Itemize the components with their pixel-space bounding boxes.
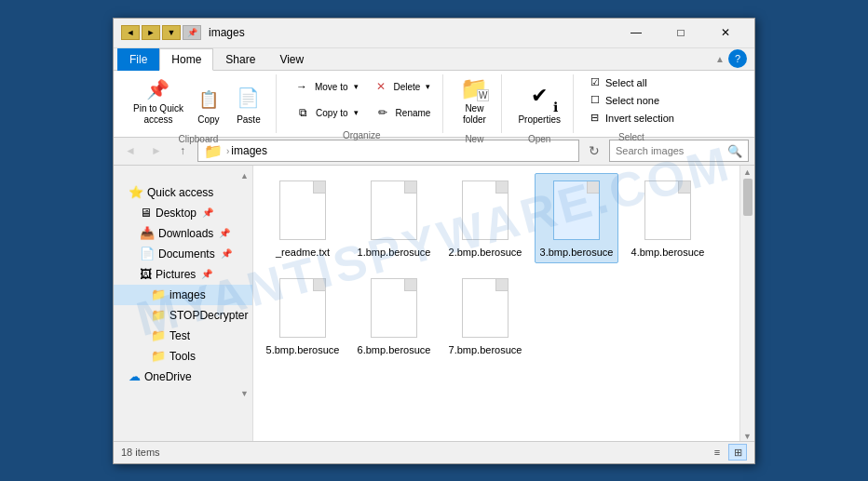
recent-icon[interactable]: ▼ <box>162 25 181 40</box>
copy-icon: 📋 <box>199 90 218 109</box>
file-item-1bmp[interactable]: 1.bmp.berosuce <box>352 173 436 263</box>
minimize-button[interactable]: — <box>615 20 658 46</box>
copy-to-dropdown-icon: ▾ <box>354 108 359 117</box>
address-box[interactable]: 📁 › images <box>197 140 579 162</box>
documents-icon: 📄 <box>140 247 155 261</box>
folder-breadcrumb-icon: 📁 <box>204 142 223 160</box>
file-item-5bmp[interactable]: 5.bmp.berosuce <box>261 271 345 361</box>
item-count: 18 items <box>121 447 160 458</box>
paste-button[interactable]: 📄 Paste <box>229 74 268 128</box>
scrollbar[interactable]: ▲ ▼ <box>739 166 754 441</box>
file-name-6bmp: 6.bmp.berosuce <box>358 344 431 356</box>
delete-icon: ✕ <box>372 77 390 96</box>
sidebar-item-quick-access[interactable]: ⭐ Quick access <box>114 182 252 203</box>
select-all-button[interactable]: ☑ Select all <box>585 74 678 91</box>
invert-selection-button[interactable]: ⊟ Invert selection <box>585 110 678 127</box>
move-to-button[interactable]: → Move to ▾ <box>288 74 363 99</box>
file-icon-3bmp <box>549 178 604 243</box>
sidebar-scroll-down-icon[interactable]: ▼ <box>240 389 249 398</box>
sidebar-item-downloads[interactable]: 📥 Downloads 📌 <box>114 223 252 244</box>
delete-button[interactable]: ✕ Delete ▾ <box>367 74 436 99</box>
sidebar-item-tools-label: Tools <box>170 350 196 363</box>
scroll-thumb[interactable] <box>743 179 753 216</box>
file-item-2bmp[interactable]: 2.bmp.berosuce <box>443 173 527 263</box>
sidebar-item-desktop[interactable]: 🖥 Desktop 📌 <box>114 203 252 223</box>
sidebar-item-stopdecrypter[interactable]: 📁 STOPDecrypter <box>114 305 252 326</box>
ribbon: File Home Share View ▲ ? 📌 Pin to Quicka… <box>114 48 754 138</box>
file-area-wrapper: _readme.txt1.bmp.berosuce2.bmp.berosuce3… <box>253 166 754 441</box>
sidebar-item-onedrive[interactable]: ☁ OneDrive <box>114 367 252 387</box>
forward-button[interactable]: ► <box>145 140 168 162</box>
details-view-button[interactable]: ≡ <box>708 444 726 461</box>
pin-to-quick-access-button[interactable]: 📌 Pin to Quickaccess <box>129 74 188 128</box>
file-item-4bmp[interactable]: 4.bmp.berosuce <box>626 173 710 263</box>
ribbon-content: 📌 Pin to Quickaccess 📋 Copy 📄 Paste <box>114 70 754 137</box>
file-item-6bmp[interactable]: 6.bmp.berosuce <box>352 271 436 361</box>
sidebar-item-images[interactable]: 📁 images <box>114 285 252 305</box>
tab-share[interactable]: Share <box>213 48 267 71</box>
help-button[interactable]: ? <box>728 49 747 68</box>
file-item-readme[interactable]: _readme.txt <box>261 173 345 263</box>
scroll-up-icon[interactable]: ▲ <box>743 167 752 177</box>
new-folder-button[interactable]: 📁 W Newfolder <box>454 74 494 128</box>
select-items: ☑ Select all ☐ Select none ⊟ Invert sele… <box>585 74 678 130</box>
titlebar-quick-access: ◄ ► ▼ 📌 <box>121 25 201 40</box>
main-area: ▲ ⭐ Quick access 🖥 Desktop 📌 📥 Downloads… <box>114 166 754 441</box>
back-button[interactable]: ◄ <box>119 140 142 162</box>
organize-label: Organize <box>343 128 381 140</box>
pin-titlebar-icon[interactable]: 📌 <box>183 25 201 40</box>
organize-items: → Move to ▾ ⧉ Copy to ▾ ✕ De <box>288 74 435 128</box>
tab-home[interactable]: Home <box>159 48 213 71</box>
select-none-label: Select none <box>605 95 659 106</box>
forward-icon[interactable]: ► <box>142 25 160 40</box>
properties-button[interactable]: ✔ ℹ Properties <box>513 74 565 128</box>
file-paper-1bmp <box>371 180 417 240</box>
file-icon-1bmp <box>366 178 422 243</box>
search-box[interactable]: 🔍 <box>609 140 749 162</box>
sidebar-item-documents[interactable]: 📄 Documents 📌 <box>114 244 252 264</box>
pin-icon: 📌 <box>143 77 173 101</box>
sidebar-item-test-label: Test <box>170 329 190 342</box>
back-icon[interactable]: ◄ <box>121 25 140 40</box>
refresh-button[interactable]: ↻ <box>583 140 605 162</box>
tab-file[interactable]: File <box>117 48 159 71</box>
close-button[interactable]: ✕ <box>704 20 747 46</box>
file-icon-readme <box>275 178 331 243</box>
clipboard-label: Clipboard <box>179 132 219 144</box>
sidebar-scroll-up-icon[interactable]: ▲ <box>240 171 249 180</box>
window-controls: — □ ✕ <box>615 20 747 46</box>
breadcrumb: 📁 › images <box>204 142 267 160</box>
paste-icon: 📄 <box>234 83 264 113</box>
copy-paste-group: 📋 Copy <box>192 80 225 128</box>
move-to-icon: → <box>292 77 311 96</box>
stopdecrypter-icon: 📁 <box>151 308 166 322</box>
downloads-pin-icon: 📌 <box>219 228 230 238</box>
images-folder-icon: 📁 <box>151 287 166 301</box>
sidebar-item-downloads-label: Downloads <box>158 227 213 240</box>
scroll-down-icon[interactable]: ▼ <box>743 432 752 441</box>
rename-button[interactable]: ✏ Rename <box>367 100 436 125</box>
file-item-3bmp[interactable]: 3.bmp.berosuce <box>535 173 618 263</box>
select-none-button[interactable]: ☐ Select none <box>585 92 678 109</box>
sidebar-item-tools[interactable]: 📁 Tools <box>114 346 252 367</box>
copy-to-button[interactable]: ⧉ Copy to ▾ <box>288 100 363 125</box>
breadcrumb-current[interactable]: images <box>231 144 267 157</box>
large-icons-view-button[interactable]: ⊞ <box>728 444 747 461</box>
breadcrumb-arrow: › <box>226 146 229 156</box>
tab-view[interactable]: View <box>267 48 316 71</box>
sidebar-item-desktop-label: Desktop <box>156 207 197 220</box>
sidebar-item-documents-label: Documents <box>158 247 215 261</box>
sidebar-item-pictures[interactable]: 🖼 Pictures 📌 <box>114 264 252 285</box>
sidebar-item-test[interactable]: 📁 Test <box>114 326 252 346</box>
copy-button[interactable]: 📋 Copy <box>192 80 225 128</box>
ribbon-group-open: ✔ ℹ Properties Open <box>506 74 574 133</box>
checkmark-icon: ✔ <box>531 84 548 108</box>
file-name-1bmp: 1.bmp.berosuce <box>358 247 431 259</box>
maximize-button[interactable]: □ <box>659 20 702 46</box>
search-input[interactable] <box>616 145 724 156</box>
ribbon-expand-icon[interactable]: ▲ <box>715 54 725 64</box>
sidebar-item-pictures-label: Pictures <box>156 268 196 281</box>
search-icon: 🔍 <box>727 144 742 158</box>
sidebar-item-quick-access-label: Quick access <box>147 186 213 199</box>
file-item-7bmp[interactable]: 7.bmp.berosuce <box>443 271 527 361</box>
